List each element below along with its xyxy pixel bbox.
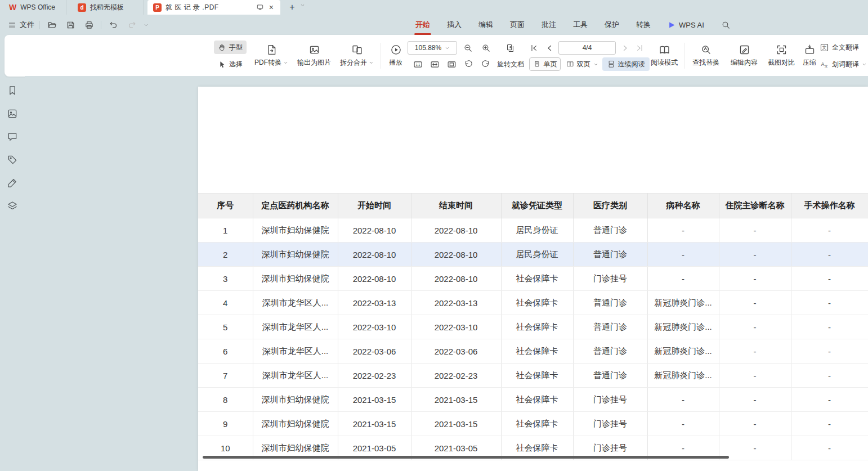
file-menu-button[interactable]: 文件 [6,15,37,35]
print-button[interactable] [82,18,96,32]
ribbon-tab-页面[interactable]: 页面 [510,15,525,35]
zoom-combobox[interactable]: 105.88% [408,41,457,55]
table-cell: 门诊挂号 [573,388,647,412]
export-image-button[interactable]: 输出为图片 [293,39,335,73]
save-icon [66,20,75,30]
save-button[interactable] [64,18,77,32]
table-cell: 深圳市妇幼保健院 [253,218,338,243]
table-cell: 2022-03-13 [411,291,501,315]
actual-size-button[interactable]: 1:1 [411,58,424,70]
ribbon-tab-插入[interactable]: 插入 [447,15,462,35]
fit-page-button[interactable] [445,58,458,70]
table-cell: 社会保障卡 [501,291,573,315]
new-tab-button[interactable]: + [286,1,298,14]
page-flip-button[interactable] [502,41,518,55]
double-page-label: 双页 [577,60,590,69]
fit-width-button[interactable] [428,58,441,70]
cursor-icon [218,60,226,69]
tab-wps-home[interactable]: W WPS Office [3,0,66,15]
screenshot-compare-button[interactable]: 截图对比 [763,39,799,73]
ribbon-tab-保护[interactable]: 保护 [605,15,619,35]
prev-page-button[interactable] [543,41,556,55]
ribbon-tab-工具[interactable]: 工具 [573,15,588,35]
page-indicator-input[interactable]: 4/4 [558,41,616,55]
word-translate-label: 划词翻译 [832,60,859,69]
table-cell: 居民身份证 [501,243,573,267]
wps-ai-button[interactable]: WPS AI [668,21,704,29]
signature-icon[interactable] [7,177,18,189]
tab-docer-templates[interactable]: d 找稻壳模板 [72,0,144,15]
tab-document[interactable]: P 就 医 记 录 .PDF × [147,0,280,15]
pdf-convert-button[interactable]: PDF转换 [251,39,292,73]
table-cell: - [791,243,868,267]
ribbon: 开始插入编辑页面批注工具保护转换 WPS AI [415,15,731,35]
read-mode-button[interactable]: 阅读模式 [647,39,681,73]
ribbon-tab-批注[interactable]: 批注 [542,15,556,35]
ribbon-search-icon[interactable] [721,20,731,30]
table-header-cell: 病种名称 [647,194,719,218]
first-page-button[interactable] [527,41,540,55]
history-chevron-icon[interactable] [144,23,149,28]
next-page-button[interactable] [618,41,632,55]
table-cell: 新冠肺炎门诊... [647,291,719,315]
hand-icon [218,43,226,52]
document-viewport[interactable]: 序号定点医药机构名称开始时间结束时间就诊凭证类型医疗类别病种名称住院主诊断名称手… [25,76,868,471]
table-cell: - [791,436,868,460]
split-merge-label: 拆分合并 [340,58,367,68]
zoom-out-button[interactable] [460,41,475,55]
single-page-button[interactable]: 单页 [529,57,561,71]
thumbnail-icon[interactable] [7,108,18,119]
split-merge-button[interactable]: 拆分合并 [335,39,378,73]
edit-content-button[interactable]: 编辑内容 [726,39,762,73]
table-cell: 新冠肺炎门诊... [647,315,719,339]
horizontal-scrollbar[interactable] [203,456,729,459]
last-page-button[interactable] [633,41,646,55]
file-menu-label: 文件 [20,20,34,30]
layers-icon[interactable] [7,200,18,212]
table-cell: 4 [198,291,253,315]
continuous-read-label: 连续阅读 [618,60,645,69]
tab-list-chevron-icon[interactable] [300,3,305,8]
ribbon-tab-编辑[interactable]: 编辑 [478,15,493,35]
rotate-left-button[interactable] [462,58,475,70]
tab-close-icon[interactable]: × [268,3,275,11]
full-translate-button[interactable]: 文 全文翻译 [820,41,859,54]
undo-button[interactable] [106,18,120,32]
tag-icon[interactable] [7,154,18,165]
table-cell: 社会保障卡 [501,364,573,388]
double-page-button[interactable]: 双页 [564,57,600,71]
tab-window-icon[interactable] [256,3,264,11]
table-cell: 社会保障卡 [501,388,573,412]
bookmark-icon[interactable] [7,85,18,96]
zoom-in-button[interactable] [478,41,493,55]
table-row: 1深圳市妇幼保健院2022-08-102022-08-10居民身份证普通门诊--… [198,218,868,243]
comment-icon[interactable] [7,131,18,142]
screenshot-compare-label: 截图对比 [768,58,795,68]
svg-text:1:1: 1:1 [415,62,419,66]
find-replace-button[interactable]: 查找替换 [688,39,724,73]
play-button[interactable]: 播放 [383,39,409,73]
ribbon-tab-转换[interactable]: 转换 [636,15,651,35]
hand-tool-button[interactable]: 手型 [214,41,247,54]
continuous-read-button[interactable]: 连续阅读 [602,57,650,71]
single-page-label: 单页 [544,60,557,69]
rotate-right-button[interactable] [478,58,492,70]
find-replace-icon [700,44,712,56]
redo-button[interactable] [125,18,138,32]
table-cell: 3 [198,267,253,291]
table-cell: 深圳市妇幼保健院 [253,243,338,267]
open-file-button[interactable] [45,18,59,32]
table-cell: - [719,388,791,412]
table-header-row: 序号定点医药机构名称开始时间结束时间就诊凭证类型医疗类别病种名称住院主诊断名称手… [198,194,868,218]
rotate-doc-button[interactable]: 旋转文档 [494,57,527,71]
table-header-cell: 序号 [198,194,253,218]
play-icon [390,44,402,56]
pdf-convert-label: PDF转换 [254,58,281,68]
chevron-down-icon [445,46,450,51]
wps-ai-logo-icon [668,21,676,29]
select-tool-button[interactable]: 选择 [214,57,247,71]
word-translate-button[interactable]: A文 划词翻译 [820,57,867,71]
compress-button[interactable]: 压缩 [797,39,822,73]
ribbon-tab-开始[interactable]: 开始 [415,15,430,35]
table-cell: 2022-02-23 [411,364,501,388]
